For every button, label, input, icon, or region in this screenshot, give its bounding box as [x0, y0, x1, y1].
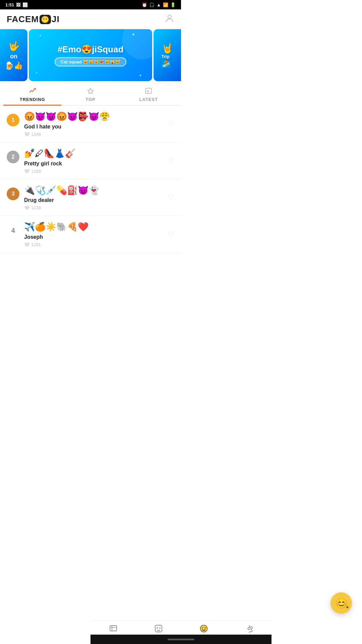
status-time: 1:51 🖼 ⬜	[5, 2, 28, 7]
item-content-4: ✈️🍊☀️🐘🍕❤️ Joseph 🤍 1291	[24, 221, 174, 247]
list-item: 3 🔌🩺💉💊⛽😈👻 Drug dealer 🤍 1138 ♡	[0, 179, 181, 216]
item-emojis-3: 🔌🩺💉💊⛽😈👻	[24, 185, 174, 196]
item-likes-1: 🤍 1346	[24, 132, 174, 137]
tab-trending[interactable]: TRENDING	[3, 84, 61, 106]
item-content-3: 🔌🩺💉💊⛽😈👻 Drug dealer 🤍 1138	[24, 185, 174, 211]
rank-badge-1: 1	[7, 114, 19, 126]
trending-icon	[29, 88, 36, 96]
status-icons: ⏰ 🎧 ▲ 📶 🔋	[142, 2, 176, 7]
like-button-4[interactable]: ♡	[168, 230, 174, 239]
tab-trending-label: TRENDING	[20, 97, 45, 102]
like-button-2[interactable]: ♡	[168, 156, 174, 165]
heart-icon-4: 🤍	[24, 242, 29, 247]
list-item: 1 😡👿😈😡👿👺😈😤 God I hate you 🤍 1346 ♡	[0, 106, 181, 143]
tab-top[interactable]: TOP	[61, 84, 119, 106]
tab-top-label: TOP	[85, 97, 96, 102]
item-title-1: God I hate you	[24, 124, 174, 130]
item-content-2: 💅🖊👠👗🎸 Pretty girl rock 🤍 1168	[24, 148, 174, 174]
rank-badge-4: 4	[7, 224, 19, 237]
item-likes-4: 🤍 1291	[24, 242, 174, 247]
list-item: 4 ✈️🍊☀️🐘🍕❤️ Joseph 🤍 1291 ♡	[0, 216, 181, 253]
banner-center[interactable]: ✦ ✦ ✦ ✦ #Emo😍jiSquad Cat squad 🐱😸🐱😻🐱🙀🐱	[29, 29, 152, 81]
svg-point-0	[168, 15, 171, 18]
item-likes-3: 🤍 1138	[24, 205, 174, 210]
top-icon	[87, 88, 94, 96]
svg-marker-1	[87, 88, 93, 94]
logo-text-1: FACEM	[7, 14, 39, 24]
alarm-icon: ⏰	[142, 2, 147, 7]
banner-carousel[interactable]: 🤟 on 🍺👍 ✦ ✦ ✦ ✦ #Emo😍jiSquad Cat squad 🐱…	[0, 29, 181, 81]
like-button-1[interactable]: ♡	[168, 119, 174, 128]
banner-left[interactable]: 🤟 on 🍺👍	[0, 29, 27, 81]
photo-icon: 🖼	[16, 2, 20, 7]
banner-hashtag: #Emo😍jiSquad	[58, 44, 124, 55]
item-title-3: Drug dealer	[24, 197, 174, 203]
item-emojis-2: 💅🖊👠👗🎸	[24, 148, 174, 159]
list-item: 2 💅🖊👠👗🎸 Pretty girl rock 🤍 1168 ♡	[0, 143, 181, 179]
heart-icon-3: 🤍	[24, 205, 29, 210]
battery-icon: 🔋	[170, 2, 176, 7]
heart-icon-1: 🤍	[24, 132, 29, 137]
item-title-4: Joseph	[24, 234, 174, 240]
notification-icon: ⬜	[22, 2, 28, 7]
wifi-icon: ▲	[157, 2, 161, 7]
header: FACEM 😶 JI	[0, 9, 181, 29]
item-emojis-4: ✈️🍊☀️🐘🍕❤️	[24, 221, 174, 233]
rank-badge-2: 2	[7, 151, 19, 163]
tab-latest[interactable]: N LATEST	[120, 84, 178, 106]
banner-right[interactable]: 🤘 Trip 🏄	[154, 29, 181, 81]
like-button-3[interactable]: ♡	[168, 193, 174, 202]
signal-icon: 📶	[163, 2, 168, 7]
rank-badge-3: 3	[7, 187, 19, 200]
banner-subtitle: Cat squad 🐱😸🐱😻🐱🙀🐱	[55, 57, 126, 66]
app-logo: FACEM 😶 JI	[7, 14, 60, 24]
status-bar: 1:51 🖼 ⬜ ⏰ 🎧 ▲ 📶 🔋	[0, 0, 181, 9]
logo-emoji: 😶	[40, 15, 51, 24]
time-display: 1:51	[5, 2, 14, 7]
tab-row: TRENDING TOP N LATEST	[0, 84, 181, 106]
profile-button[interactable]	[165, 13, 174, 25]
item-title-2: Pretty girl rock	[24, 161, 174, 167]
item-emojis-1: 😡👿😈😡👿👺😈😤	[24, 111, 174, 122]
latest-icon: N	[145, 88, 152, 96]
svg-text:N: N	[147, 90, 149, 93]
logo-text-2: JI	[52, 14, 60, 24]
item-likes-2: 🤍 1168	[24, 169, 174, 174]
headphone-icon: 🎧	[149, 2, 155, 7]
item-content-1: 😡👿😈😡👿👺😈😤 God I hate you 🤍 1346	[24, 111, 174, 137]
trending-list: 1 😡👿😈😡👿👺😈😤 God I hate you 🤍 1346 ♡ 2 💅🖊👠…	[0, 106, 181, 253]
tab-latest-label: LATEST	[139, 97, 158, 102]
heart-icon-2: 🤍	[24, 169, 29, 174]
